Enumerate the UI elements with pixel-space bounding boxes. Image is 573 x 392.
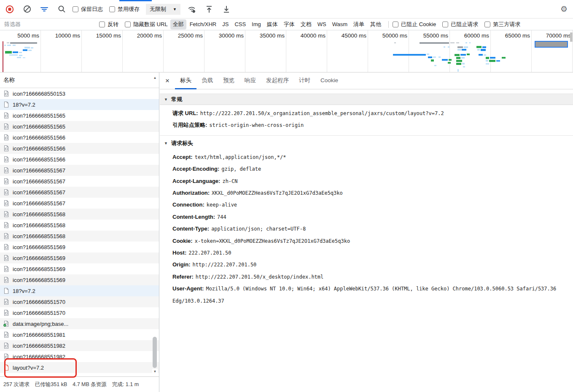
tab-initiator[interactable]: 发起程序: [261, 72, 294, 89]
request-row[interactable]: icon?1666668551570: [0, 307, 159, 318]
hide-data-urls-checkbox[interactable]: [125, 21, 131, 27]
request-header-name: Content-Length:: [172, 214, 215, 220]
clear-log-button[interactable]: [22, 5, 32, 14]
waterfall-bar: [31, 47, 33, 48]
filter-type-font[interactable]: 字体: [281, 19, 297, 30]
preserve-log-checkbox[interactable]: [73, 6, 78, 12]
name-column-header[interactable]: 名称: [0, 72, 159, 88]
request-list-scrollbar[interactable]: ▲ ▼: [152, 75, 158, 374]
filter-type-wasm[interactable]: Wasm: [330, 20, 350, 29]
disable-cache-checkbox-group[interactable]: 禁用缓存: [109, 5, 140, 13]
waterfall-bar: [456, 57, 460, 59]
scroll-up-arrow-icon[interactable]: ▲: [152, 75, 158, 81]
tab-timing[interactable]: 计时: [294, 72, 315, 89]
filter-type-img[interactable]: Img: [249, 20, 264, 29]
request-row[interactable]: icon?1666668551982: [0, 340, 159, 351]
search-button[interactable]: [57, 5, 66, 14]
request-row[interactable]: icon?1666668551567: [0, 187, 159, 198]
request-row[interactable]: icon?1666668551568: [0, 220, 159, 231]
request-name: icon?1666668551566: [13, 134, 65, 141]
invert-checkbox[interactable]: [99, 21, 105, 27]
filter-input[interactable]: [3, 21, 90, 28]
waterfall-bar: [502, 57, 506, 59]
tab-preview[interactable]: 预览: [218, 72, 239, 89]
data-url-file-icon: [3, 320, 10, 327]
request-header-name: Accept:: [172, 154, 193, 160]
filter-toggle-button[interactable]: [40, 5, 49, 14]
invert-checkbox-group[interactable]: 反转: [99, 21, 118, 28]
request-row[interactable]: icon?1666668551981: [0, 329, 159, 340]
import-har-button[interactable]: [204, 5, 214, 14]
filter-type-doc[interactable]: 文档: [298, 19, 314, 30]
request-headers-section-header[interactable]: ▼ 请求标头: [160, 137, 573, 150]
request-row[interactable]: icon?1666668550153: [0, 88, 159, 99]
filter-type-manifest[interactable]: 清单: [351, 19, 367, 30]
scroll-down-arrow-icon[interactable]: ▼: [152, 369, 158, 374]
hide-data-urls-checkbox-group[interactable]: 隐藏数据 URL: [125, 21, 168, 28]
tab-cookies[interactable]: Cookie: [315, 72, 343, 89]
request-row[interactable]: 18?v=7.2: [0, 99, 159, 110]
waterfall-bar: [23, 49, 27, 51]
tab-headers[interactable]: 标头: [175, 72, 196, 89]
export-har-button[interactable]: [222, 5, 231, 14]
request-name: icon?1666668551567: [13, 189, 65, 196]
request-row[interactable]: 18?v=7.2: [0, 285, 159, 296]
request-row[interactable]: icon?1666668551569: [0, 263, 159, 274]
settings-gear-icon[interactable]: ⚙: [560, 5, 568, 13]
filter-type-media[interactable]: 媒体: [264, 19, 280, 30]
request-row[interactable]: icon?1666668551567: [0, 198, 159, 209]
third-party-checkbox-group[interactable]: 第三方请求: [484, 21, 520, 28]
close-details-button[interactable]: ×: [160, 77, 175, 85]
request-row[interactable]: icon?1666668551569: [0, 252, 159, 263]
blocked-requests-checkbox[interactable]: [442, 21, 448, 27]
scrollbar-thumb[interactable]: [153, 337, 157, 368]
preserve-log-checkbox-group[interactable]: 保留日志: [73, 5, 103, 13]
request-row[interactable]: icon?1666668551565: [0, 121, 159, 132]
waterfall-bar: [489, 60, 495, 62]
selected-request-range-bar[interactable]: [535, 41, 568, 48]
waterfall-bar: [9, 54, 18, 56]
request-row[interactable]: icon?1666668551570: [0, 296, 159, 307]
filter-type-all[interactable]: 全部: [170, 19, 186, 30]
network-conditions-button[interactable]: [187, 5, 196, 14]
filter-type-fetch-xhr[interactable]: Fetch/XHR: [187, 20, 219, 29]
image-file-icon: [3, 156, 10, 163]
record-button[interactable]: [5, 5, 14, 14]
request-header-row: Cookie:x-token=XKXL_d0PoMOEZZHeas6VsTz7q…: [172, 235, 563, 247]
request-name: icon?1666668551569: [13, 266, 65, 272]
hide-data-urls-label: 隐藏数据 URL: [133, 21, 168, 28]
request-row[interactable]: layout?v=7.2: [0, 362, 159, 373]
tab-payload[interactable]: 负载: [196, 72, 218, 89]
network-overview-timeline[interactable]: 5000 ms10000 ms15000 ms20000 ms25000 ms3…: [0, 30, 573, 72]
request-row[interactable]: icon?1666668551982: [0, 351, 159, 362]
timeline-scrollbar-thumb[interactable]: [570, 32, 573, 42]
request-row[interactable]: icon?1666668551567: [0, 165, 159, 176]
waterfall-bar: [482, 46, 486, 48]
request-row[interactable]: icon?1666668551568: [0, 209, 159, 220]
throttling-dropdown[interactable]: 无限制 ▼: [146, 4, 180, 15]
blocked-requests-checkbox-group[interactable]: 已阻止请求: [442, 21, 478, 28]
request-header-value: application/json; charset=UTF-8: [211, 226, 306, 232]
blocked-cookies-checkbox-group[interactable]: 已阻止 Cookie: [393, 21, 436, 28]
request-row[interactable]: icon?1666668551566: [0, 154, 159, 165]
request-row[interactable]: data:image/png;base...: [0, 318, 159, 329]
filter-type-ws[interactable]: WS: [315, 20, 329, 29]
request-row[interactable]: icon?1666668551569: [0, 242, 159, 252]
third-party-checkbox[interactable]: [484, 21, 490, 27]
request-name: icon?1666668551565: [13, 124, 65, 130]
tab-response[interactable]: 响应: [239, 72, 261, 89]
filter-type-js[interactable]: JS: [220, 20, 231, 29]
general-section-header[interactable]: ▼ 常规: [160, 94, 573, 105]
request-row[interactable]: icon?1666668551568: [0, 231, 159, 242]
filter-type-css[interactable]: CSS: [232, 20, 248, 29]
request-row[interactable]: icon?1666668551567: [0, 176, 159, 187]
waterfall-bar: [444, 46, 445, 48]
request-row[interactable]: icon?1666668551565: [0, 110, 159, 121]
request-row[interactable]: icon?1666668551566: [0, 132, 159, 143]
blocked-cookies-checkbox[interactable]: [393, 21, 398, 27]
disable-cache-checkbox[interactable]: [109, 6, 115, 12]
request-row[interactable]: icon?1666668551566: [0, 143, 159, 154]
waterfall-bar: [13, 51, 18, 53]
request-row[interactable]: icon?1666668551569: [0, 274, 159, 285]
filter-type-other[interactable]: 其他: [368, 19, 384, 30]
